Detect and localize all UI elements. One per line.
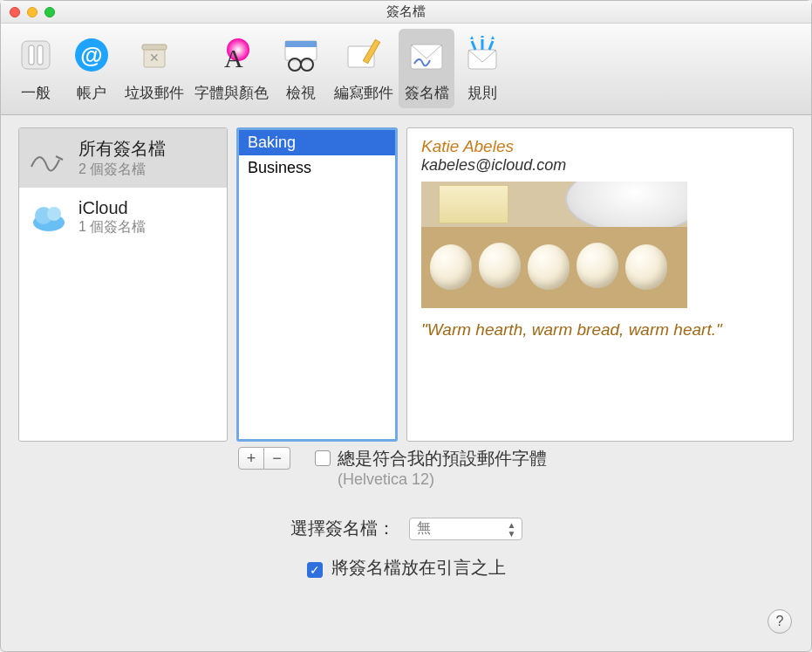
- tab-label: 一般: [21, 83, 51, 103]
- signature-item-baking[interactable]: Baking: [239, 130, 395, 155]
- add-signature-button[interactable]: +: [238, 447, 264, 470]
- signatures-list[interactable]: Baking Business: [236, 127, 398, 442]
- window-title: 簽名檔: [1, 3, 811, 20]
- tab-label: 編寫郵件: [334, 83, 393, 103]
- account-sub: 2 個簽名檔: [78, 161, 166, 179]
- tab-label: 帳户: [77, 83, 106, 103]
- account-name: 所有簽名檔: [78, 137, 166, 161]
- tab-label: 規則: [467, 83, 497, 103]
- tab-fonts-colors[interactable]: A 字體與顏色: [189, 29, 273, 108]
- signature-preview[interactable]: Katie Abeles kabeles@icloud.com "Warm he…: [406, 127, 794, 442]
- svg-rect-6: [142, 45, 167, 50]
- tab-label: 垃圾郵件: [125, 83, 184, 103]
- chevron-updown-icon: ▲▼: [508, 521, 516, 539]
- tab-viewing[interactable]: 檢視: [273, 29, 329, 108]
- svg-rect-18: [468, 50, 496, 69]
- tab-rules[interactable]: 規則: [454, 29, 510, 108]
- at-sign-icon: @: [71, 34, 113, 76]
- account-all-signatures[interactable]: 所有簽名檔 2 個簽名檔: [19, 128, 227, 188]
- choose-signature-select[interactable]: 無 ▲▼: [409, 518, 522, 540]
- signature-icon: [406, 34, 447, 76]
- fonts-colors-icon: A: [210, 34, 252, 76]
- svg-point-24: [47, 207, 61, 221]
- preferences-toolbar: 一般 @ 帳户 ✕ 垃圾郵件 A 字體與顏色: [1, 24, 811, 115]
- signature-preview-name: Katie Abeles: [421, 137, 779, 156]
- icloud-icon: [28, 196, 70, 238]
- account-name: iCloud: [78, 198, 146, 218]
- tab-label: 檢視: [286, 83, 316, 103]
- account-icloud[interactable]: iCloud 1 個簽名檔: [19, 188, 227, 247]
- signature-preview-email: kabeles@icloud.com: [421, 156, 779, 175]
- glasses-icon: [280, 34, 322, 76]
- help-button[interactable]: ?: [768, 609, 792, 634]
- match-default-font-label: 總是符合我的預設郵件字體: [338, 447, 547, 470]
- svg-rect-2: [38, 45, 43, 65]
- slider-icon: [15, 34, 57, 76]
- match-default-font-checkbox[interactable]: [315, 450, 331, 466]
- account-sub: 1 個簽名檔: [78, 218, 146, 237]
- place-above-quoted-label: 將簽名檔放在引言之上: [331, 556, 506, 580]
- svg-rect-0: [22, 41, 50, 69]
- accounts-list[interactable]: 所有簽名檔 2 個簽名檔 iCloud 1 個簽名檔: [18, 127, 228, 442]
- tab-general[interactable]: 一般: [8, 29, 64, 108]
- svg-marker-19: [470, 36, 474, 39]
- trash-icon: ✕: [133, 34, 175, 76]
- rules-icon: [461, 34, 503, 76]
- svg-text:@: @: [80, 42, 102, 68]
- svg-rect-1: [29, 45, 34, 65]
- svg-marker-21: [491, 36, 495, 39]
- svg-text:✕: ✕: [149, 51, 160, 65]
- titlebar: 簽名檔: [1, 1, 811, 24]
- compose-icon: [343, 34, 385, 76]
- choose-signature-label: 選擇簽名檔：: [290, 517, 395, 540]
- place-above-quoted-checkbox[interactable]: ✓: [307, 562, 323, 578]
- remove-signature-button[interactable]: −: [264, 447, 290, 470]
- svg-text:A: A: [224, 44, 243, 72]
- choose-signature-value: 無: [417, 519, 431, 538]
- tab-label: 簽名檔: [405, 83, 449, 103]
- signature-preview-image: [421, 182, 687, 308]
- signature-swoosh-icon: [28, 137, 70, 179]
- svg-rect-11: [285, 41, 317, 47]
- svg-marker-20: [481, 36, 484, 38]
- tab-signatures[interactable]: 簽名檔: [399, 29, 454, 108]
- tab-label: 字體與顏色: [194, 83, 269, 103]
- tab-junk[interactable]: ✕ 垃圾郵件: [119, 29, 189, 108]
- tab-composing[interactable]: 編寫郵件: [329, 29, 399, 108]
- signature-item-business[interactable]: Business: [239, 155, 395, 181]
- signature-preview-quote: "Warm hearth, warm bread, warm heart.": [421, 320, 779, 340]
- match-default-font-sub: (Helvetica 12): [338, 470, 547, 489]
- tab-accounts[interactable]: @ 帳户: [64, 29, 119, 108]
